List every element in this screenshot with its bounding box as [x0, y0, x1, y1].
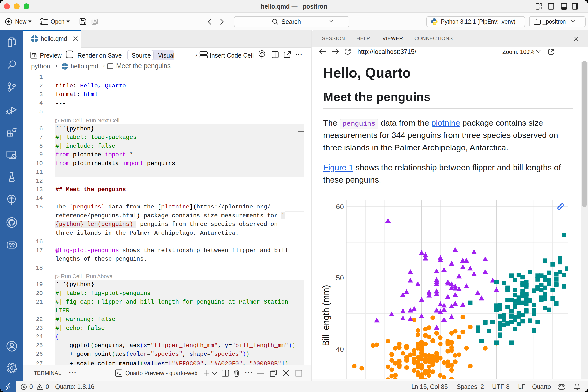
svg-text:50: 50 — [336, 274, 344, 282]
svg-text:60: 60 — [336, 202, 344, 211]
svg-text:40: 40 — [336, 345, 344, 353]
svg-text:Bill length (mm): Bill length (mm) — [321, 285, 331, 346]
